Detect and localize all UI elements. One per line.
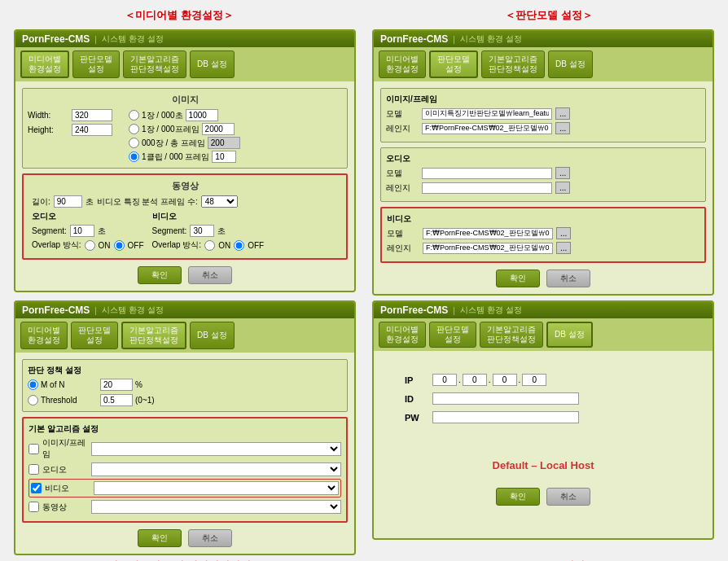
media-cancel-btn[interactable]: 취소: [188, 266, 232, 284]
db-btn-algo[interactable]: 기본알고리즘판단정책설정: [480, 322, 543, 348]
radio-1장초[interactable]: [129, 110, 139, 121]
img-range-browse[interactable]: ...: [555, 122, 570, 134]
media-confirm-btn[interactable]: 확인: [138, 266, 182, 284]
mof-n-item: M of N %: [28, 379, 342, 391]
video-model-browse[interactable]: ...: [556, 227, 571, 239]
algo-img-check[interactable]: [29, 444, 39, 454]
overlap-video-off[interactable]: [234, 240, 244, 251]
policy-confirm-btn[interactable]: 확인: [138, 529, 182, 547]
media-btn-algo[interactable]: 기본알고리즘판단정책설정: [123, 50, 186, 78]
model-confirm-btn[interactable]: 확인: [496, 270, 540, 287]
video-model-input[interactable]: [423, 228, 553, 239]
model-btn-db[interactable]: DB 설정: [548, 50, 593, 78]
db-confirm-btn[interactable]: 확인: [496, 488, 540, 506]
db-cancel-btn[interactable]: 취소: [546, 488, 590, 506]
algo-motion-row: 동영상: [29, 500, 341, 514]
seg-video-unit: 초: [217, 226, 226, 237]
video-range-browse[interactable]: ...: [556, 242, 571, 254]
policy-toolbar: 미디어별환경설정 판단모델설정 기본알고리즘판단정책설정 DB 설정: [15, 318, 354, 353]
radio3-val[interactable]: [208, 137, 240, 149]
radio1-val[interactable]: [186, 109, 218, 121]
db-btn-media[interactable]: 미디어별환경설정: [379, 322, 426, 348]
algo-img-select[interactable]: [91, 442, 341, 456]
audio-model-browse[interactable]: ...: [555, 167, 570, 179]
policy-btn-db[interactable]: DB 설정: [190, 322, 235, 349]
audio-model-title: 오디오: [386, 153, 700, 164]
db-content: IP . . . ID: [374, 351, 713, 538]
media-btn-db[interactable]: DB 설정: [190, 50, 235, 78]
media-title-text: 시스템 환경 설정: [102, 33, 164, 45]
seg-audio-input[interactable]: [70, 225, 94, 237]
video-seg-row: Segment: 초: [152, 225, 265, 237]
video-model-label: 모델: [387, 228, 419, 239]
policy-cancel-btn[interactable]: 취소: [188, 529, 232, 547]
clip-section-title: 동영상: [29, 180, 341, 192]
overlap-audio-on[interactable]: [85, 240, 95, 251]
algo-video-select[interactable]: [94, 481, 339, 495]
radio-1클립[interactable]: [129, 151, 139, 162]
pw-input[interactable]: [432, 411, 579, 423]
media-cms-logo: PornFree-CMS: [22, 33, 90, 45]
algo-motion-select[interactable]: [91, 500, 341, 514]
algo-img-label: 이미지/프레임: [42, 437, 88, 460]
clip-row: 길이: 초 비디오 특징 분석 프레임 수: 48: [32, 195, 341, 208]
overlap-video-off-label: OFF: [248, 241, 264, 250]
audio-model-input[interactable]: [422, 168, 552, 179]
db-btn-db[interactable]: DB 설정: [546, 322, 593, 348]
percent-label: %: [135, 380, 143, 389]
ip-field-4[interactable]: [522, 374, 546, 386]
threshold-input[interactable]: [100, 394, 133, 406]
model-btn-model[interactable]: 판단모델설정: [429, 50, 478, 78]
ip-label: IP: [405, 375, 429, 385]
video-range-label: 레인지: [387, 243, 419, 254]
video-range-input[interactable]: [423, 243, 553, 254]
radio-000장[interactable]: [129, 138, 139, 148]
policy-section-title: 판단 정책 설정: [28, 365, 342, 376]
model-btn-row: 확인 취소: [380, 270, 706, 287]
img-range-input[interactable]: [422, 123, 552, 134]
radio2-val[interactable]: [202, 123, 235, 135]
radio-1장프레임[interactable]: [129, 124, 139, 134]
ip-field-2[interactable]: [463, 374, 487, 386]
ip-inputs: . . .: [432, 374, 546, 386]
media-btn-model[interactable]: 판단모델설정: [72, 50, 120, 78]
algo-video-check[interactable]: [31, 483, 42, 493]
algo-audio-check[interactable]: [29, 464, 39, 475]
model-cancel-btn[interactable]: 취소: [546, 270, 590, 287]
id-input[interactable]: [432, 392, 579, 405]
mof-n-input[interactable]: [100, 379, 133, 391]
clip-value-input[interactable]: [54, 195, 82, 208]
policy-btn-model[interactable]: 판단모델설정: [71, 322, 118, 349]
overlap-video-on-label: ON: [218, 241, 230, 250]
ip-field-1[interactable]: [432, 374, 457, 386]
audio-range-input[interactable]: [422, 182, 552, 194]
mof-n-radio[interactable]: [28, 379, 38, 390]
radio-item-1: 1장 / 000초: [129, 109, 240, 121]
policy-btn-row: 확인 취소: [22, 529, 348, 547]
audio-range-browse[interactable]: ...: [555, 182, 570, 194]
video-model-section: 비디오 모델 ... 레인지 ...: [380, 207, 706, 263]
policy-btn-media[interactable]: 미디어별환경설정: [20, 322, 68, 349]
algo-audio-select[interactable]: [91, 462, 341, 476]
ip-field-3[interactable]: [493, 374, 517, 386]
radio4-val[interactable]: [212, 151, 236, 163]
policy-btn-algo[interactable]: 기본알고리즘판단정책설정: [121, 322, 186, 349]
img-range-row: 레인지 ...: [386, 122, 700, 134]
clip-count-select[interactable]: 48: [201, 195, 238, 208]
db-fields: IP . . . ID: [380, 357, 706, 446]
threshold-radio[interactable]: [28, 395, 38, 405]
width-input[interactable]: [72, 109, 112, 121]
img-model-browse[interactable]: ...: [555, 107, 570, 120]
seg-video-input[interactable]: [190, 225, 214, 237]
audio-model-label: 모델: [386, 168, 419, 179]
media-btn-media[interactable]: 미디어별환경설정: [20, 50, 69, 78]
db-btn-model[interactable]: 판단모델설정: [429, 322, 476, 348]
media-title-sep: |: [94, 35, 97, 44]
overlap-video-on[interactable]: [204, 240, 215, 251]
height-input[interactable]: [72, 124, 112, 136]
overlap-audio-off[interactable]: [114, 240, 125, 251]
img-model-input[interactable]: [422, 108, 552, 120]
model-btn-media[interactable]: 미디어별환경설정: [379, 50, 426, 78]
model-btn-algo[interactable]: 기본알고리즘판단정책설정: [481, 50, 545, 78]
algo-motion-check[interactable]: [29, 502, 39, 512]
